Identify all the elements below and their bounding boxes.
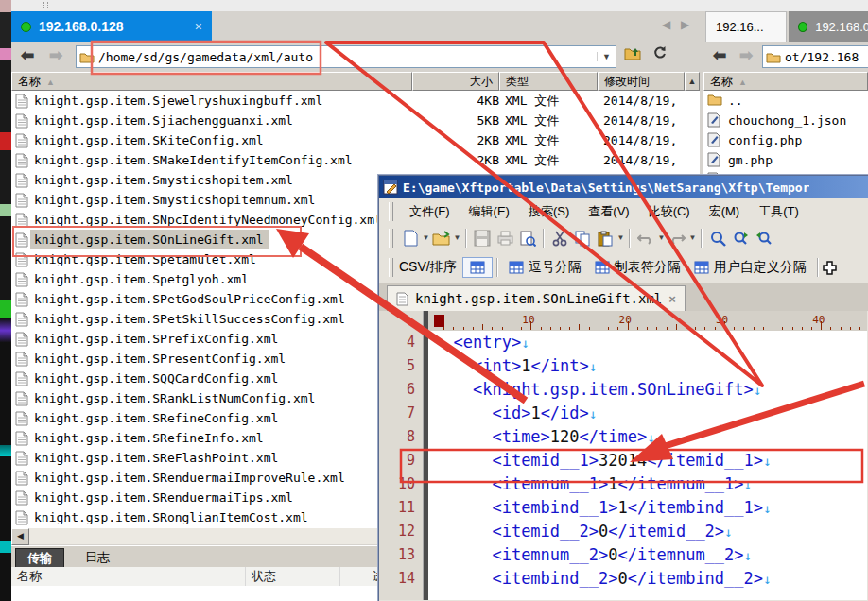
table-row[interactable]: gm.php xyxy=(703,150,868,170)
transfer-column-name[interactable]: 名称 xyxy=(11,567,246,586)
session-tab-inactive[interactable]: 192.16... xyxy=(705,11,787,42)
file-name: knight.gsp.item.SPetSkillSuccessConfig.x… xyxy=(34,309,345,329)
find-next-button[interactable] xyxy=(729,227,752,249)
ruler-tick xyxy=(743,327,744,330)
chevron-down-icon[interactable]: ▼ xyxy=(657,227,666,249)
toolbar-separator xyxy=(817,258,819,277)
table-row[interactable]: knight.gsp.item.Sjewelryshuxingbuff.xml4… xyxy=(11,91,700,111)
chevron-down-icon[interactable]: ▼ xyxy=(688,227,697,249)
chevron-down-icon[interactable]: ▼ xyxy=(453,227,461,249)
find-button[interactable] xyxy=(706,227,729,249)
menu-item[interactable]: 搜索(S) xyxy=(520,200,578,223)
csv-tab-button[interactable]: 制表符分隔 xyxy=(588,256,687,279)
tab-transfer[interactable]: 传输 xyxy=(15,548,64,569)
tab-scroll-left-icon[interactable]: ◀ xyxy=(662,18,670,31)
open-file-button[interactable] xyxy=(430,227,453,249)
ruler-tick xyxy=(734,327,735,330)
menu-item[interactable]: 工具(T) xyxy=(750,200,807,223)
add-separator-icon[interactable] xyxy=(823,261,837,275)
csv-comma-button[interactable]: 逗号分隔 xyxy=(502,256,588,279)
back-icon[interactable]: ⬅ xyxy=(17,45,38,66)
editor-content[interactable]: 4567891011121314 10203040 <entry>↓ <int>… xyxy=(379,311,867,600)
session-tab-active[interactable]: 192.168.0.128 × xyxy=(11,11,212,42)
script-file-icon xyxy=(707,132,720,147)
newline-mark: ↓ xyxy=(589,359,597,374)
editor-title-bar[interactable]: E:\game\Xftportable\Data\Settings\NetSar… xyxy=(379,176,868,198)
csv-standard-mode-button[interactable] xyxy=(462,257,493,278)
ruler-tick xyxy=(859,327,860,330)
forward-icon[interactable]: ➡ xyxy=(736,45,756,66)
find-prev-button[interactable] xyxy=(752,227,774,249)
csv-custom-button[interactable]: 用户自定义分隔 xyxy=(687,256,813,279)
ruler-tick xyxy=(792,327,793,330)
ruler-label: 40 xyxy=(812,314,825,326)
redo-button[interactable] xyxy=(666,227,688,249)
file-name: knight.gsp.item.SRefineInfo.xml xyxy=(34,428,264,448)
menu-item[interactable]: 宏(M) xyxy=(701,200,749,223)
ruler-tick xyxy=(521,327,522,330)
editor-title-text: E:\game\Xftportable\Data\Settings\NetSar… xyxy=(403,180,809,195)
code-area[interactable]: <entry>↓ <int>1</int>↓ <knight.gsp.item.… xyxy=(428,331,867,600)
print-button[interactable] xyxy=(494,227,516,249)
chevron-down-icon[interactable]: ▼ xyxy=(616,227,625,249)
back-icon[interactable]: ⬅ xyxy=(709,45,730,66)
chevron-down-icon[interactable]: ▼ xyxy=(597,52,616,61)
tab-log[interactable]: 日志 xyxy=(74,548,121,567)
save-file-button[interactable] xyxy=(471,227,494,249)
paste-button[interactable] xyxy=(594,227,616,249)
session-tab-active-2[interactable]: 192.168.0 xyxy=(789,11,868,42)
scroll-left-icon[interactable]: ◀ xyxy=(11,528,29,545)
ruler-tick xyxy=(715,327,716,330)
table-row[interactable]: knight.gsp.item.Sjiachengguanxi.xml5KBXM… xyxy=(11,111,700,130)
ruler-tick xyxy=(569,327,570,330)
file-name: knight.gsp.item.SPresentConfig.xml xyxy=(34,349,286,369)
local-address-bar[interactable]: ot/192.168 xyxy=(762,45,868,68)
refresh-button[interactable] xyxy=(652,45,675,68)
table-row[interactable]: config.php xyxy=(703,130,868,150)
ruler-tick xyxy=(830,327,831,330)
file-modified: 2014/8/19, xyxy=(603,111,677,130)
menu-item[interactable]: 编辑(E) xyxy=(460,200,518,223)
table-row[interactable]: .. xyxy=(703,91,868,111)
close-icon[interactable]: × xyxy=(668,292,676,306)
column-header-modified[interactable]: 修改时间 xyxy=(598,72,685,91)
document-tab-label: knight.gsp.item.SOnLineGift.xml xyxy=(415,291,662,306)
column-header-size[interactable]: 大小 xyxy=(412,72,499,91)
ruler-tick xyxy=(667,327,668,330)
menu-item[interactable]: 查看(V) xyxy=(580,200,637,223)
table-row[interactable]: knight.gsp.item.SKiteConfig.xml2KBXML 文件… xyxy=(11,130,700,150)
undo-button[interactable] xyxy=(634,227,657,249)
background-desktop-strip xyxy=(0,0,11,601)
forward-icon[interactable]: ➡ xyxy=(45,45,66,66)
column-header-name[interactable]: 名称▲ xyxy=(11,72,412,91)
menu-item[interactable]: 文件(F) xyxy=(401,200,459,223)
column-header-type[interactable]: 类型 xyxy=(499,72,598,91)
transfer-column-status[interactable]: 状态 xyxy=(246,567,340,586)
tab-scroll-right-icon[interactable]: ▶ xyxy=(681,18,689,31)
scrollbar-up-button[interactable]: ▲ xyxy=(685,72,700,91)
new-file-button[interactable] xyxy=(399,227,422,249)
ruler-label: 30 xyxy=(716,314,728,326)
document-tab[interactable]: knight.gsp.item.SOnLineGift.xml × xyxy=(387,285,686,311)
csv-toolbar-label: CSV/排序 xyxy=(399,259,457,276)
toolbar-separator xyxy=(629,229,631,248)
menu-item[interactable]: 比较(C) xyxy=(640,200,699,223)
file-modified: 2014/8/19, xyxy=(603,150,677,170)
ruler-tick xyxy=(463,327,464,330)
ruler-tick xyxy=(841,327,842,330)
ruler-tick xyxy=(502,327,503,330)
line-number: 14 xyxy=(379,567,415,591)
connected-icon xyxy=(21,22,31,32)
remote-address-bar[interactable]: /home/sd/gs/gamedata/xml/auto ▼ xyxy=(76,45,616,68)
copy-button[interactable] xyxy=(571,227,594,249)
print-preview-button[interactable] xyxy=(516,227,539,249)
column-header-name[interactable]: 名称▲ xyxy=(703,72,868,91)
table-row[interactable]: knight.gsp.item.SMakeIdentifyItemConfig.… xyxy=(11,150,700,170)
ruler-tick xyxy=(811,327,812,330)
close-icon[interactable]: × xyxy=(195,19,202,34)
table-row[interactable]: chouchong_1.json xyxy=(703,111,868,130)
code-line: <itembind__1>1</itembind__1>↓ xyxy=(434,496,771,520)
cut-button[interactable] xyxy=(548,227,571,249)
up-directory-button[interactable] xyxy=(624,45,647,68)
chevron-down-icon[interactable]: ▼ xyxy=(422,227,430,249)
